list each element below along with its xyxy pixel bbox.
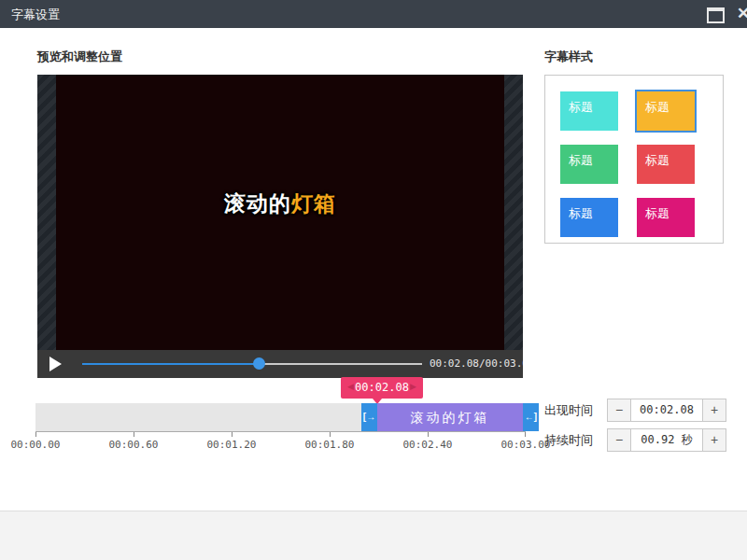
style-swatch[interactable]: 标题 (637, 198, 695, 237)
video-frame: 滚动的灯箱 (37, 75, 523, 350)
timeline-ruler: 00:00.00 00:00.60 00:01.20 00:01.80 00:0… (35, 431, 526, 451)
style-swatch[interactable]: 标题 (637, 145, 695, 184)
subtitle-text-white: 滚动的 (224, 191, 291, 216)
subtitle-text-accent: 灯箱 (291, 191, 336, 216)
style-swatch[interactable]: 标题 (560, 198, 618, 237)
time-display: 00:02.08/00:03.00 (430, 357, 523, 370)
swatch-label: 标题 (645, 205, 669, 222)
ruler-label: 00:01.20 (202, 439, 261, 451)
progress-thumb[interactable] (253, 357, 265, 370)
appear-time-stepper: − 00:02.08 + (607, 399, 726, 422)
segment-label: 滚动的灯箱 (377, 403, 523, 431)
ruler-tick (330, 432, 331, 437)
duration-label: 持续时间 (544, 432, 593, 449)
swatch-label: 标题 (569, 99, 593, 116)
subtitle-styles-panel: 标题 标题 标题 标题 标题 标题 (544, 75, 724, 244)
duration-stepper: − 00.92 秒 + (607, 428, 726, 452)
video-player: 滚动的灯箱 00:02.08/00:03.00 (37, 75, 523, 378)
duration-plus-button[interactable]: + (702, 428, 726, 452)
ruler-label: 00:01.80 (300, 439, 359, 451)
appear-minus-button[interactable]: − (607, 399, 631, 422)
style-swatch-selected[interactable]: 标题 (637, 91, 695, 131)
dialog-title: 字幕设置 (11, 7, 60, 23)
swatch-label: 标题 (569, 152, 593, 169)
time-bubble[interactable]: ◀ 00:02.08 ▶ (341, 377, 423, 399)
ruler-tick (35, 432, 36, 437)
styles-section-title: 字幕样式 (544, 49, 593, 65)
ruler-label: 00:02.40 (398, 439, 458, 451)
appear-time-value[interactable]: 00:02.08 (631, 399, 702, 422)
player-controls: 00:02.08/00:03.00 (37, 350, 523, 378)
ruler-label: 00:00.00 (6, 439, 65, 451)
style-swatch[interactable]: 标题 (560, 145, 618, 184)
progress-fill (82, 363, 259, 365)
progress-slider[interactable] (82, 363, 422, 365)
ruler-tick (428, 432, 429, 437)
close-icon[interactable]: ✕ (737, 4, 747, 23)
style-swatch[interactable]: 标题 (560, 91, 618, 131)
subtitle-preview-text[interactable]: 滚动的灯箱 (37, 189, 523, 218)
preview-section-title: 预览和调整位置 (37, 49, 122, 65)
swatch-label: 标题 (569, 205, 593, 222)
appear-plus-button[interactable]: + (702, 399, 726, 422)
subtitle-segment[interactable]: 滚动的灯箱 (377, 403, 523, 431)
subtitle-settings-dialog: 字幕设置 ✕ 预览和调整位置 滚动的灯箱 00:02.08/00:03.00 字… (0, 0, 747, 560)
ruler-tick (525, 432, 526, 437)
segment-end-handle[interactable]: ←] (523, 403, 539, 431)
ruler-label: 00:00.60 (104, 439, 163, 451)
duration-value[interactable]: 00.92 秒 (631, 428, 702, 452)
swatch-label: 标题 (645, 152, 669, 169)
footer-bar: 保存 n.baidu.com (0, 511, 747, 560)
appear-time-label: 出现时间 (544, 402, 593, 419)
swatch-label: 标题 (645, 99, 669, 116)
duration-minus-button[interactable]: − (607, 428, 631, 452)
segment-start-handle[interactable]: [→ (361, 403, 377, 431)
ruler-tick (134, 432, 134, 437)
play-icon[interactable] (49, 357, 62, 371)
bubble-arrow-right-icon[interactable]: ▶ (410, 382, 416, 391)
ruler-tick (232, 432, 233, 437)
titlebar: 字幕设置 ✕ (0, 0, 747, 28)
maximize-icon[interactable] (707, 7, 725, 23)
